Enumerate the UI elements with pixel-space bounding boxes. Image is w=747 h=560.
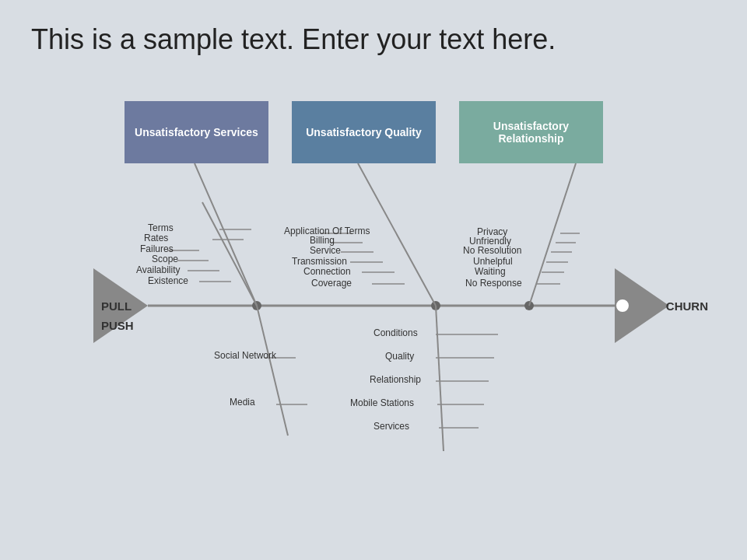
quality-box: Unsatisfactory Quality — [292, 101, 436, 163]
svg-line-29 — [257, 306, 288, 436]
svg-line-22 — [529, 163, 576, 306]
services-box: Unsatisfactory Services — [124, 101, 268, 163]
svg-line-7 — [195, 163, 257, 306]
item-privacy: Privacy — [477, 226, 507, 237]
label-push: PUSH — [101, 319, 134, 332]
item-waiting: Waiting — [475, 266, 506, 277]
item-transmission: Transmission — [292, 256, 347, 267]
item-relationship: Relationship — [370, 374, 421, 385]
item-quality: Quality — [385, 351, 414, 362]
item-coverage: Coverage — [311, 278, 352, 289]
item-terms: Terms — [148, 222, 174, 233]
item-rates: Rates — [144, 233, 168, 243]
item-unfriendly: Unfriendly — [469, 236, 511, 247]
label-churn: CHURN — [666, 299, 708, 313]
svg-point-5 — [431, 301, 440, 310]
svg-point-4 — [252, 301, 261, 310]
item-services: Services — [374, 421, 409, 432]
item-conditions: Conditions — [374, 327, 418, 338]
svg-point-6 — [524, 301, 534, 310]
svg-point-3 — [615, 299, 630, 313]
page-title: This is a sample text. Enter your text h… — [31, 23, 556, 56]
item-scope: Scope — [152, 254, 178, 264]
item-unhelpful: Unhelpful — [473, 256, 513, 267]
item-social-network: Social Network — [214, 350, 276, 361]
item-service: Service — [310, 245, 341, 256]
svg-line-12 — [202, 202, 257, 306]
top-boxes-container: Unsatisfactory Services Unsatisfactory Q… — [124, 101, 603, 163]
item-billing: Billing — [310, 235, 335, 246]
item-no-response: No Response — [465, 278, 522, 289]
svg-line-32 — [436, 306, 444, 451]
label-pull: PULL — [101, 299, 132, 313]
item-failures: Failures — [140, 243, 174, 254]
fishbone-lines — [47, 101, 716, 544]
relationship-box: Unsatisfactory Relationship — [459, 101, 603, 163]
item-existence: Existence — [148, 275, 188, 286]
item-no-resolution: No Resolution — [463, 245, 521, 256]
diagram-area: Unsatisfactory Services Unsatisfactory Q… — [47, 101, 716, 544]
item-media: Media — [230, 397, 255, 408]
item-mobile-stations: Mobile Stations — [350, 397, 414, 408]
item-application-of-terms: Application Of Terms — [284, 226, 370, 236]
item-connection: Connection — [303, 266, 351, 277]
item-availability: Availability — [136, 264, 180, 275]
svg-marker-2 — [615, 268, 669, 343]
